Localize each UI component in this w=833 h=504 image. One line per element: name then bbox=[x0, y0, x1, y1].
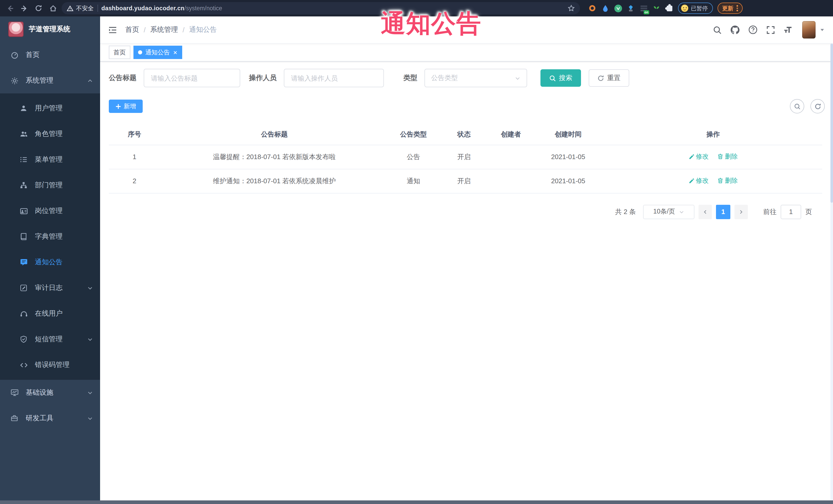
sidebar-item-roles[interactable]: 角色管理 bbox=[0, 121, 100, 147]
pagination: 共 2 条 10条/页 1 前往 bbox=[109, 205, 825, 219]
toggle-search-button[interactable] bbox=[790, 99, 804, 114]
extension-switch-icon[interactable]: on bbox=[640, 4, 648, 12]
system-submenu: 用户管理 角色管理 菜单管理 bbox=[0, 93, 100, 380]
sidebar-item-notice[interactable]: 通知公告 bbox=[0, 249, 100, 275]
col-create-time: 创建时间 bbox=[532, 125, 604, 145]
app-logo-row[interactable]: 芋道管理系统 bbox=[0, 17, 100, 42]
help-icon[interactable] bbox=[748, 25, 758, 34]
page-size-select[interactable]: 10条/页 bbox=[643, 205, 694, 219]
cell-creator bbox=[490, 169, 532, 193]
back-icon[interactable] bbox=[4, 3, 16, 14]
browser-update-button[interactable]: 更新 bbox=[717, 3, 742, 14]
cell-status: 开启 bbox=[438, 145, 490, 169]
browser-menu-icon[interactable] bbox=[737, 5, 738, 11]
extension-paused-pill[interactable]: 已暂停 bbox=[678, 3, 713, 14]
sidebar: 芋道管理系统 首页 系统管理 bbox=[0, 17, 100, 500]
forward-icon[interactable] bbox=[19, 3, 30, 14]
chevron-down-icon bbox=[515, 75, 520, 81]
user-menu[interactable] bbox=[802, 21, 825, 39]
extension-sprout-icon[interactable] bbox=[652, 4, 661, 12]
code-icon bbox=[20, 361, 28, 369]
col-title: 公告标题 bbox=[160, 125, 388, 145]
extension-gem-icon[interactable] bbox=[627, 4, 635, 12]
sidebar-item-label: 岗位管理 bbox=[35, 206, 63, 216]
sidebar-item-system[interactable]: 系统管理 bbox=[0, 68, 100, 93]
caret-down-icon bbox=[820, 27, 825, 32]
sidebar-item-infra[interactable]: 基础设施 bbox=[0, 380, 100, 405]
home-icon[interactable] bbox=[47, 3, 58, 14]
operator-filter-input[interactable] bbox=[284, 69, 384, 87]
on-badge: on bbox=[643, 10, 649, 15]
chevron-left-icon bbox=[703, 209, 708, 214]
sidebar-item-users[interactable]: 用户管理 bbox=[0, 95, 100, 121]
dict-book-icon bbox=[20, 233, 28, 241]
delete-link[interactable]: 删除 bbox=[718, 152, 738, 161]
id-card-icon bbox=[20, 207, 28, 215]
search-form: 公告标题 操作人员 类型 公告类型 搜索 bbox=[109, 69, 825, 87]
title-filter-label: 公告标题 bbox=[109, 73, 137, 82]
font-size-icon[interactable] bbox=[784, 26, 793, 34]
col-type: 公告类型 bbox=[388, 125, 438, 145]
sidebar-item-audit-log[interactable]: 审计日志 bbox=[0, 275, 100, 301]
security-label: 不安全 bbox=[76, 4, 94, 12]
scrollbar[interactable] bbox=[830, 44, 833, 500]
reset-button[interactable]: 重置 bbox=[589, 69, 629, 87]
scrollbar-thumb[interactable] bbox=[830, 44, 833, 203]
cell-operation: 修改 删除 bbox=[604, 169, 822, 193]
prev-page-button[interactable] bbox=[698, 205, 712, 219]
trash-icon bbox=[718, 154, 723, 160]
goto-label: 前往 bbox=[763, 207, 777, 216]
hamburger-icon[interactable] bbox=[108, 26, 117, 33]
screen: 不安全 dashboard.yudao.iocoder.cn/system/no… bbox=[0, 0, 833, 504]
divider bbox=[97, 5, 98, 12]
page-number-active[interactable]: 1 bbox=[716, 205, 730, 219]
goto-page-input[interactable] bbox=[781, 205, 801, 219]
address-bar[interactable]: 不安全 dashboard.yudao.iocoder.cn/system/no… bbox=[62, 2, 580, 15]
breadcrumb: 首页 系统管理 通知公告 bbox=[125, 25, 217, 34]
fullscreen-icon[interactable] bbox=[766, 25, 775, 34]
search-icon[interactable] bbox=[713, 25, 722, 34]
type-filter-select[interactable]: 公告类型 bbox=[425, 69, 527, 87]
breadcrumb-system[interactable]: 系统管理 bbox=[150, 25, 178, 34]
sidebar-item-dict[interactable]: 字典管理 bbox=[0, 224, 100, 249]
app-window: 芋道管理系统 首页 系统管理 bbox=[0, 17, 833, 500]
dashboard-icon bbox=[10, 51, 19, 59]
extension-vue-icon[interactable] bbox=[614, 4, 622, 12]
sidebar-item-home[interactable]: 首页 bbox=[0, 42, 100, 68]
next-page-button[interactable] bbox=[735, 205, 748, 219]
extension-drop-icon[interactable] bbox=[601, 4, 609, 12]
delete-link[interactable]: 删除 bbox=[718, 176, 738, 185]
reload-icon[interactable] bbox=[33, 3, 44, 14]
monitor-chart-icon bbox=[10, 388, 19, 397]
chevron-right-icon bbox=[739, 209, 744, 214]
search-button-label: 搜索 bbox=[559, 73, 572, 82]
url-path: /system/notice bbox=[185, 5, 222, 11]
table-row: 2 维护通知：2018-07-01 若依系统凌晨维护 通知 开启 2021-01… bbox=[109, 169, 822, 193]
edit-link[interactable]: 修改 bbox=[689, 177, 709, 186]
sidebar-item-online-users[interactable]: 在线用户 bbox=[0, 301, 100, 327]
sidebar-item-depts[interactable]: 部门管理 bbox=[0, 172, 100, 198]
extension-ring-icon[interactable] bbox=[588, 4, 596, 12]
security-chip[interactable]: 不安全 bbox=[67, 4, 94, 12]
extensions-puzzle-icon[interactable] bbox=[665, 4, 673, 12]
sidebar-item-label: 字典管理 bbox=[35, 232, 63, 241]
add-button[interactable]: 新增 bbox=[109, 100, 143, 113]
sidebar-item-dev-tools[interactable]: 研发工具 bbox=[0, 405, 100, 431]
sidebar-item-posts[interactable]: 岗位管理 bbox=[0, 198, 100, 224]
close-icon[interactable] bbox=[173, 50, 177, 55]
breadcrumb-home[interactable]: 首页 bbox=[125, 25, 139, 34]
sidebar-menu: 首页 系统管理 用户管理 bbox=[0, 42, 100, 500]
tag-home[interactable]: 首页 bbox=[109, 46, 130, 59]
search-button[interactable]: 搜索 bbox=[541, 69, 581, 87]
refresh-table-button[interactable] bbox=[810, 99, 825, 114]
edit-link[interactable]: 修改 bbox=[689, 153, 709, 162]
tag-notice[interactable]: 通知公告 bbox=[134, 46, 182, 59]
title-filter-input[interactable] bbox=[144, 69, 240, 87]
sidebar-item-sms[interactable]: 短信管理 bbox=[0, 327, 100, 352]
goto-page: 前往 页 bbox=[763, 205, 812, 219]
sidebar-item-menus[interactable]: 菜单管理 bbox=[0, 147, 100, 172]
breadcrumb-current: 通知公告 bbox=[189, 25, 217, 34]
sidebar-item-error-code[interactable]: 错误码管理 bbox=[0, 352, 100, 378]
bookmark-star-icon[interactable] bbox=[568, 5, 575, 12]
github-icon[interactable] bbox=[730, 25, 740, 34]
